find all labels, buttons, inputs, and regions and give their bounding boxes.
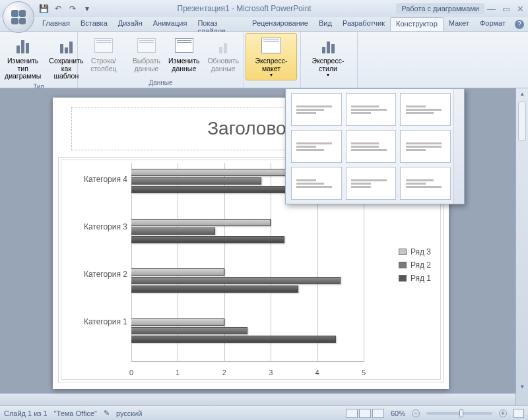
tab-design[interactable]: Дизайн <box>113 17 148 31</box>
office-button[interactable] <box>3 1 34 33</box>
layout-thumb-9[interactable] <box>400 167 451 200</box>
undo-icon[interactable]: ↶ <box>53 3 63 14</box>
slide-counter: Слайд 1 из 1 <box>4 409 48 417</box>
zoom-slider[interactable] <box>426 412 492 415</box>
edit-data-icon <box>174 35 195 56</box>
scroll-down-icon[interactable]: ▾ <box>519 383 525 391</box>
axis-xtick: 4 <box>315 369 319 376</box>
switch-label: Строка/столбец <box>82 57 125 73</box>
layout-thumb-4[interactable] <box>291 130 342 163</box>
tab-animation[interactable]: Анимация <box>148 17 193 31</box>
window-controls: — ▭ ✕ <box>487 4 524 14</box>
language-label[interactable]: русский <box>116 409 142 417</box>
normal-view-button[interactable] <box>346 409 358 418</box>
axis-xtick: 1 <box>176 369 180 376</box>
chart-bar <box>131 327 248 334</box>
zoom-slider-thumb[interactable] <box>459 409 463 417</box>
gallery-scroll-up-icon[interactable]: ▴ <box>455 92 462 98</box>
fit-to-window-button[interactable] <box>513 409 524 418</box>
sorter-view-button[interactable] <box>359 409 371 418</box>
layout-thumb-8[interactable] <box>346 167 397 200</box>
layout-thumb-6[interactable] <box>400 130 451 163</box>
select-data-icon <box>136 35 157 56</box>
axis-xtick: 0 <box>129 369 133 376</box>
ribbon-group-quick-styles: Экспресс-стили ▾ <box>301 32 358 88</box>
tab-review[interactable]: Рецензирование <box>247 17 314 31</box>
bar-chart-icon <box>13 35 34 56</box>
tab-layout[interactable]: Макет <box>444 17 475 31</box>
quick-layout-label: Экспресс-макет <box>249 57 294 73</box>
tab-home[interactable]: Главная <box>37 17 75 31</box>
zoom-out-button[interactable]: − <box>412 409 420 417</box>
zoom-value[interactable]: 60% <box>391 409 405 417</box>
axis-category-4: Категория 4 <box>68 175 127 184</box>
tab-insert[interactable]: Вставка <box>75 17 113 31</box>
chart-legend: Ряд 3 Ряд 2 Ряд 1 <box>399 243 431 287</box>
scroll-up-icon[interactable]: ▴ <box>519 90 525 98</box>
ribbon-group-quick-layout: Экспресс-макет ▾ <box>244 32 301 88</box>
chart-bar <box>131 285 298 293</box>
legend-swatch-2 <box>399 262 407 268</box>
edit-data-button[interactable]: Изменить данные <box>165 33 203 75</box>
dropdown-arrow-icon: ▾ <box>327 73 329 78</box>
layout-thumb-7[interactable] <box>291 167 342 200</box>
refresh-data-label: Обновить данные <box>207 57 239 73</box>
help-icon[interactable]: ? <box>515 20 524 29</box>
legend-row-3: Ряд 3 <box>411 247 431 256</box>
layout-thumb-2[interactable] <box>346 93 397 126</box>
minimize-button[interactable]: — <box>487 4 496 14</box>
switch-row-col-button[interactable]: Строка/столбец <box>79 33 128 75</box>
contextual-tab-label: Работа с диаграммами <box>396 3 484 14</box>
gallery-scroll-down-icon[interactable]: ▾ <box>455 195 462 201</box>
workspace: ▴ ▾ Заголовок Категория 4 Категория 3 Ка… <box>0 88 528 405</box>
layout-thumb-3[interactable] <box>400 93 451 126</box>
axis-category-1: Категория 1 <box>68 317 127 326</box>
quick-styles-label: Экспресс-стили <box>306 57 350 73</box>
legend-row-1: Ряд 1 <box>411 274 431 283</box>
legend-swatch-1 <box>399 275 407 282</box>
zoom-in-button[interactable]: + <box>499 409 507 417</box>
axis-xtick: 2 <box>222 369 226 376</box>
tab-view[interactable]: Вид <box>314 17 337 31</box>
chart-bar <box>131 236 284 243</box>
quick-layout-gallery[interactable]: ▴ ▾ <box>285 88 465 204</box>
legend-swatch-3 <box>399 249 407 255</box>
redo-icon[interactable]: ↷ <box>67 3 78 14</box>
chart-bar <box>131 318 224 326</box>
tab-developer[interactable]: Разработчик <box>337 17 390 31</box>
vertical-scrollbar-thumb[interactable] <box>518 102 526 141</box>
layout-thumb-5[interactable] <box>346 130 397 163</box>
chart-bar <box>131 336 336 343</box>
chart-bar <box>131 268 224 276</box>
select-data-label: Выбрать данные <box>133 57 160 73</box>
quick-layout-button[interactable]: Экспресс-макет ▾ <box>246 33 297 80</box>
close-button[interactable]: ✕ <box>517 4 524 14</box>
app-window: 💾 ↶ ↷ ▾ Презентация1 - Microsoft PowerPo… <box>0 0 528 420</box>
template-icon <box>55 35 77 56</box>
restore-button[interactable]: ▭ <box>502 4 510 14</box>
ribbon-tabs: Главная Вставка Дизайн Анимация Показ сл… <box>0 17 528 32</box>
edit-data-label: Изменить данные <box>168 57 199 73</box>
tab-constructor[interactable]: Конструктор <box>390 17 444 31</box>
quick-styles-button[interactable]: Экспресс-стили ▾ <box>302 33 354 80</box>
office-logo-icon <box>11 10 26 24</box>
quick-access-toolbar: 💾 ↶ ↷ ▾ <box>38 0 92 17</box>
slide-title-text: Заголовок <box>207 118 294 139</box>
layout-thumb-1[interactable] <box>291 93 342 126</box>
select-data-button[interactable]: Выбрать данные <box>129 33 164 75</box>
group-data-label: Данные <box>79 78 242 88</box>
tab-format[interactable]: Формат <box>475 17 511 31</box>
chart-bar <box>131 227 215 235</box>
save-icon[interactable]: 💾 <box>38 3 49 14</box>
refresh-icon <box>213 35 234 56</box>
title-bar: 💾 ↶ ↷ ▾ Презентация1 - Microsoft PowerPo… <box>0 0 528 17</box>
spellcheck-icon[interactable]: ✎ <box>104 409 110 417</box>
slideshow-view-button[interactable] <box>372 409 384 418</box>
legend-row-2: Ряд 2 <box>411 260 431 270</box>
change-chart-type-button[interactable]: Изменить тип диаграммы <box>1 33 44 82</box>
refresh-data-button[interactable]: Обновить данные <box>204 33 242 75</box>
tab-slideshow[interactable]: Показ слайдов <box>192 17 247 31</box>
qat-dropdown-icon[interactable]: ▾ <box>82 3 92 14</box>
ribbon-group-data: Строка/столбец Выбрать данные Изменить д… <box>78 32 244 88</box>
window-title: Презентация1 - Microsoft PowerPoint <box>92 4 396 13</box>
